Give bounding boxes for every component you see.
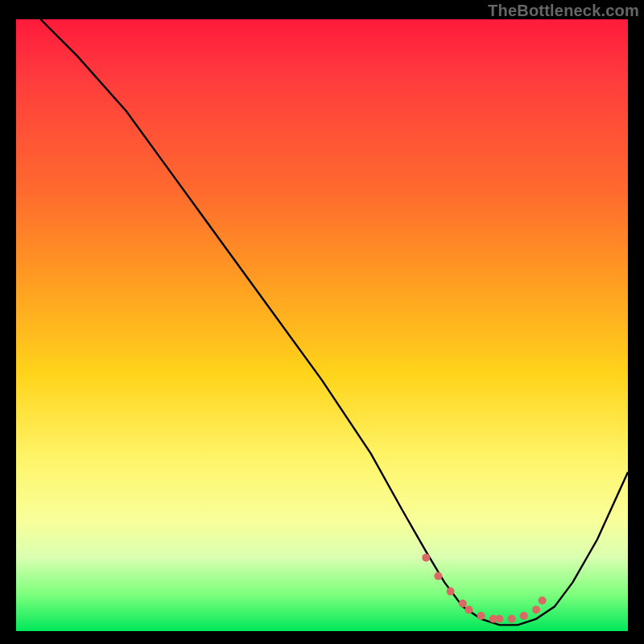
bottleneck-marker bbox=[520, 612, 528, 620]
bottleneck-marker bbox=[477, 612, 485, 620]
bottleneck-marker bbox=[532, 605, 540, 613]
bottleneck-marker bbox=[459, 600, 467, 608]
chart-svg bbox=[16, 19, 628, 631]
bottleneck-marker-group bbox=[422, 554, 546, 623]
bottleneck-curve-path bbox=[40, 19, 628, 625]
bottleneck-marker bbox=[422, 554, 430, 562]
bottleneck-marker bbox=[447, 588, 455, 596]
bottleneck-marker bbox=[495, 615, 503, 623]
chart-frame: TheBottleneck.com bbox=[0, 0, 644, 644]
bottleneck-marker bbox=[464, 605, 473, 613]
watermark-text: TheBottleneck.com bbox=[488, 2, 639, 20]
bottleneck-marker bbox=[539, 597, 547, 605]
bottleneck-marker bbox=[508, 615, 516, 623]
chart-plot-area bbox=[16, 19, 628, 631]
bottleneck-marker bbox=[434, 572, 442, 580]
